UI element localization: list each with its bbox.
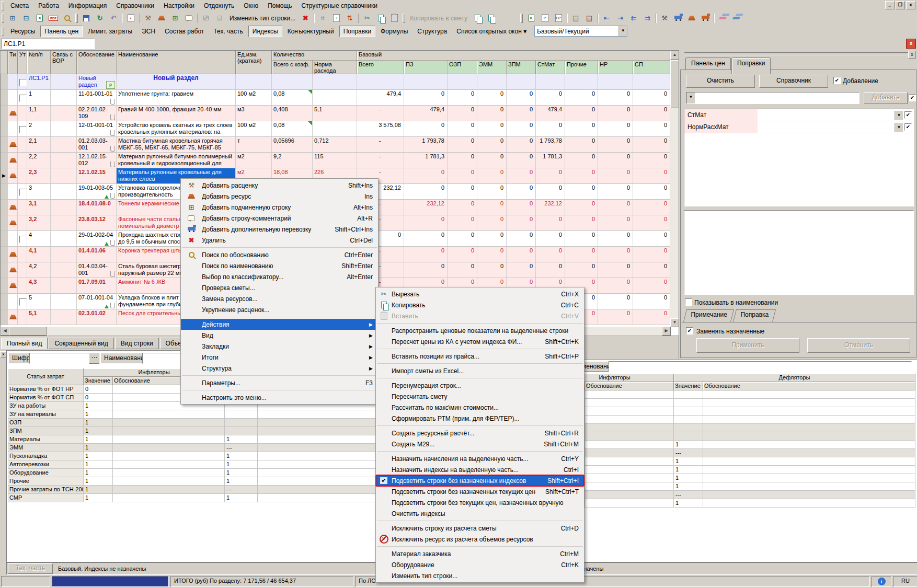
indent-icon[interactable]: ⇥: [614, 13, 626, 24]
menubar-item[interactable]: Работа: [33, 1, 64, 10]
clear-button[interactable]: Очистить: [686, 75, 755, 88]
menu-item[interactable]: ✂ВырезатьCtrl+X: [376, 289, 584, 299]
table-row[interactable]: 111-01-001-01Уплотнение грунта: гравием1…: [1, 90, 679, 106]
row-approve-cell[interactable]: [18, 106, 27, 121]
menu-item[interactable]: Вставить позиции из прайса...Shift+Ctrl+…: [376, 351, 584, 362]
cost-value-cell[interactable]: [113, 469, 225, 477]
value-cell[interactable]: [507, 74, 536, 90]
row-checkbox[interactable]: [19, 189, 27, 196]
reference-button[interactable]: Справочник: [759, 75, 828, 88]
value-cell[interactable]: 0: [477, 200, 507, 215]
cost-value-cell[interactable]: 1: [674, 474, 703, 482]
justification-cell[interactable]: 23.8.03.12: [77, 215, 117, 231]
value-cell[interactable]: 0: [598, 215, 633, 231]
row-number-cell[interactable]: 4,3: [27, 278, 51, 294]
value-cell[interactable]: 0: [565, 121, 598, 137]
scroll-left-icon[interactable]: ◀: [1, 327, 9, 336]
menu-item[interactable]: ВставитьCtrl+V: [376, 310, 584, 321]
menu-item[interactable]: Пересчет цены из КА с учетом индекса ФИ.…: [376, 336, 584, 347]
value-cell[interactable]: [404, 74, 448, 90]
cost-value-cell[interactable]: ---: [225, 486, 258, 494]
cost-value-cell[interactable]: [585, 432, 674, 441]
value-cell[interactable]: 0: [477, 247, 507, 262]
cost-value-cell[interactable]: [113, 486, 225, 494]
row-approve-cell[interactable]: [18, 121, 27, 137]
value-cell[interactable]: 0: [507, 153, 536, 168]
value-cell[interactable]: 479,4: [536, 106, 565, 121]
vor-link-cell[interactable]: [51, 184, 77, 200]
copy-doc2-icon[interactable]: [485, 13, 497, 24]
value-cell[interactable]: 479,4: [404, 106, 448, 121]
row-approve-cell[interactable]: [18, 309, 27, 325]
menu-item[interactable]: ✔Подсветить строки без назначенных индек…: [376, 475, 584, 486]
cost-value-cell[interactable]: [585, 491, 674, 499]
grid-header-cell[interactable]: Ед.изм. (краткая): [236, 51, 272, 74]
cell-reference-input[interactable]: [2, 39, 95, 49]
value-cell[interactable]: 0: [598, 231, 633, 247]
value-cell[interactable]: 0: [633, 215, 670, 231]
value-cell[interactable]: 0: [448, 215, 477, 231]
value-cell[interactable]: 0: [477, 106, 507, 121]
value-cell[interactable]: 0: [404, 121, 448, 137]
tab-формулы[interactable]: Формулы: [376, 26, 412, 37]
value-cell[interactable]: 0: [507, 90, 536, 106]
norm-cell[interactable]: [313, 74, 357, 90]
paste-icon[interactable]: [388, 13, 400, 24]
restore-button[interactable]: ❐: [896, 1, 905, 9]
row-number-cell[interactable]: 1: [27, 90, 51, 106]
cost-value-cell[interactable]: [113, 460, 225, 469]
grid-header-cell[interactable]: ОЗП: [448, 61, 477, 74]
value-cell[interactable]: 0: [598, 90, 633, 106]
row-approve-cell[interactable]: [18, 90, 27, 106]
cost-value-cell[interactable]: [113, 494, 225, 502]
cost-value-cell[interactable]: 0: [84, 394, 113, 402]
value-cell[interactable]: 0: [404, 184, 448, 200]
value-cell[interactable]: 0: [565, 137, 598, 153]
cost-value-cell[interactable]: [225, 410, 258, 419]
value-cell[interactable]: 0: [477, 215, 507, 231]
cost-value-cell[interactable]: 1: [225, 452, 258, 460]
cost-value-cell[interactable]: [585, 466, 674, 474]
menubar-item[interactable]: Помощь: [263, 1, 296, 10]
cost-value-cell[interactable]: [703, 491, 915, 499]
outdent-icon[interactable]: ⇤: [600, 13, 613, 24]
value-cell[interactable]: 0: [448, 231, 477, 247]
scroll-thumb[interactable]: [9, 327, 47, 336]
cost-value-cell[interactable]: [703, 449, 915, 457]
value-cell[interactable]: 0: [633, 184, 670, 200]
value-cell[interactable]: 0: [507, 247, 536, 262]
value-cell[interactable]: 0: [598, 247, 633, 262]
value-cell[interactable]: 0: [565, 90, 598, 106]
bricks-icon[interactable]: [685, 13, 698, 24]
truck-blue-icon[interactable]: [672, 13, 684, 24]
vertical-scrollbar[interactable]: ▲▼: [670, 51, 679, 327]
add-rate-icon[interactable]: ⚒: [142, 13, 154, 24]
unit-cell[interactable]: м2: [236, 153, 272, 168]
value-cell[interactable]: 0: [633, 309, 670, 325]
cost-value-cell[interactable]: [585, 482, 674, 491]
value-cell[interactable]: 0: [633, 262, 670, 278]
cost-value-cell[interactable]: [113, 435, 225, 444]
row-marker-cell[interactable]: [1, 184, 8, 200]
vor-link-cell[interactable]: [51, 231, 77, 247]
row-type-cell[interactable]: [8, 262, 18, 278]
row-type-cell[interactable]: [8, 74, 18, 90]
row-type-cell[interactable]: [8, 215, 18, 231]
name-cell[interactable]: Новый раздел: [117, 74, 236, 90]
justification-cell[interactable]: 01.4.03.04-001: [77, 262, 117, 278]
menu-item[interactable]: Добавить дополнительную перевозкуShift+C…: [181, 224, 378, 235]
justification-cell[interactable]: 29-01-002-04: [77, 231, 117, 247]
pdf-export-icon[interactable]: PDF: [47, 13, 60, 24]
cost-value-cell[interactable]: 1: [84, 402, 113, 410]
menu-item[interactable]: Распространить ценовые показатели на выд…: [376, 325, 584, 336]
value-cell[interactable]: 1 781,3: [536, 153, 565, 168]
delete-rate-icon[interactable]: ▤: [583, 13, 595, 24]
grid-header-cell[interactable]: Обоснование: [77, 51, 117, 74]
menu-item[interactable]: Пересчитать смету: [376, 391, 584, 402]
norm-cell[interactable]: 115: [313, 153, 357, 168]
menu-item[interactable]: Укрупнение расценок...: [181, 304, 378, 315]
row-marker-cell[interactable]: [1, 231, 8, 247]
cost-value-cell[interactable]: [674, 407, 703, 416]
tab-список-открытых-окон[interactable]: Список открытых окон ▾: [452, 26, 531, 37]
vor-link-cell[interactable]: [51, 247, 77, 262]
